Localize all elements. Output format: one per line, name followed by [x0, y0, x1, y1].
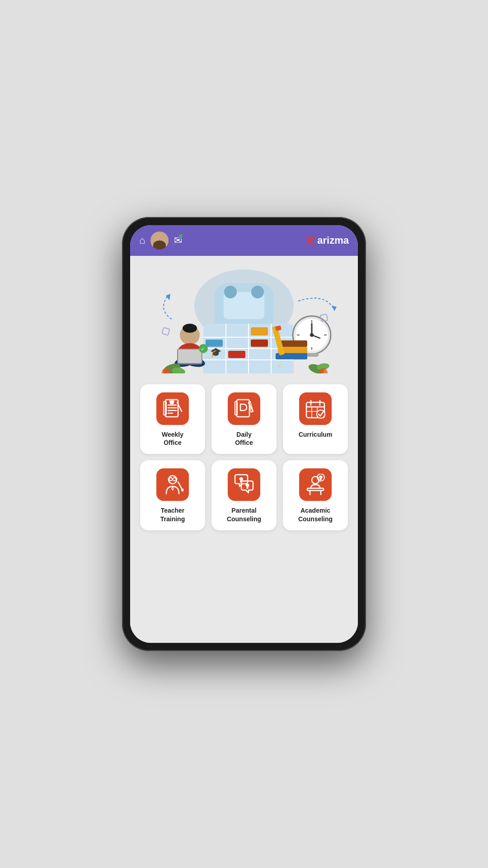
svg-point-4: [251, 286, 264, 298]
weekly-office-icon-box: W: [156, 392, 189, 425]
daily-office-icon: [233, 398, 255, 420]
weekly-office-label: WeeklyOffice: [162, 430, 183, 447]
svg-text:?: ?: [319, 475, 323, 481]
svg-text:✓: ✓: [201, 346, 205, 352]
logo-text: arizma: [317, 235, 349, 246]
daily-office-label: DailyOffice: [235, 430, 253, 447]
svg-point-3: [224, 286, 237, 298]
svg-rect-44: [162, 327, 169, 335]
svg-marker-43: [332, 306, 337, 311]
logo-k-letter: K: [306, 233, 315, 248]
logo: K arizma: [306, 233, 349, 248]
curriculum-icon: [305, 398, 326, 420]
parental-counseling-icon: ? ?: [233, 474, 255, 495]
header: ⌂ ✉ K arizma: [130, 225, 358, 256]
avatar[interactable]: [150, 231, 169, 250]
svg-point-79: [182, 489, 183, 491]
curriculum-item[interactable]: Curriculum: [283, 384, 348, 454]
svg-point-73: [169, 478, 173, 481]
teacher-training-label: TeacherTraining: [160, 506, 185, 523]
notification-dot: [178, 233, 183, 239]
svg-text:?: ?: [246, 483, 249, 490]
hero-illustration: 🎓: [145, 265, 343, 373]
parental-counseling-label: ParentalCounseling: [227, 506, 261, 523]
menu-grid: W WeeklyOffice: [140, 384, 348, 530]
academic-counseling-icon: ?: [305, 474, 326, 495]
svg-point-74: [173, 478, 176, 481]
svg-rect-13: [251, 340, 268, 347]
svg-point-21: [310, 333, 314, 337]
academic-counseling-item[interactable]: ? AcademicCounseling: [283, 460, 348, 530]
daily-office-icon-box: [228, 392, 260, 425]
svg-rect-16: [228, 351, 245, 358]
daily-office-item[interactable]: DailyOffice: [211, 384, 277, 454]
phone-shell: ⌂ ✉ K arizma: [122, 217, 366, 651]
notification-wrapper: ✉: [174, 235, 182, 246]
curriculum-label: Curriculum: [299, 430, 333, 439]
svg-rect-14: [206, 340, 223, 347]
main-content: 🎓: [130, 256, 358, 643]
svg-line-77: [176, 479, 177, 479]
svg-rect-12: [251, 327, 268, 335]
svg-point-34: [183, 324, 197, 333]
curriculum-icon-box: [299, 392, 332, 425]
teacher-training-icon: [162, 474, 183, 495]
teacher-training-item[interactable]: TeacherTraining: [140, 460, 205, 530]
home-icon[interactable]: ⌂: [139, 235, 145, 246]
svg-line-76: [168, 479, 169, 479]
header-left: ⌂ ✉: [139, 231, 182, 250]
academic-counseling-label: AcademicCounseling: [298, 506, 333, 523]
weekly-office-item[interactable]: W WeeklyOffice: [140, 384, 205, 454]
svg-text:W: W: [170, 400, 174, 405]
teacher-training-icon-box: [156, 468, 189, 501]
parental-counseling-icon-box: ? ?: [228, 468, 260, 501]
weekly-office-icon: W: [162, 398, 183, 420]
svg-text:🎓: 🎓: [210, 347, 221, 358]
parental-counseling-item[interactable]: ? ? ParentalCounseling: [211, 460, 277, 530]
svg-rect-60: [237, 400, 249, 417]
phone-screen: ⌂ ✉ K arizma: [130, 225, 358, 643]
academic-counseling-icon-box: ?: [299, 468, 332, 501]
svg-rect-39: [178, 349, 202, 363]
svg-rect-61: [235, 401, 237, 415]
